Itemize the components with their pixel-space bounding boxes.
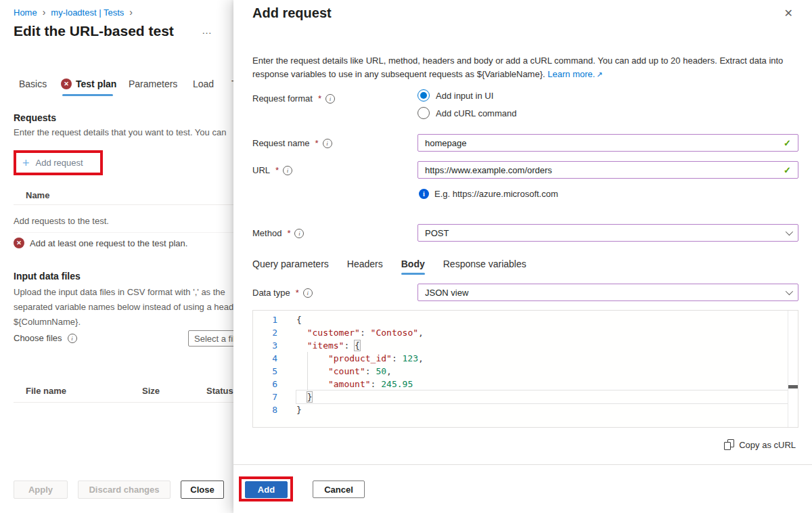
method-value: POST [425,228,786,238]
line-content: "count": 50, [296,365,788,378]
info-icon[interactable]: i [325,94,335,104]
radio-unselected-icon [418,107,430,119]
line-number: 5 [253,365,277,378]
required-mark: * [275,165,279,175]
code-line[interactable]: 7 } [253,391,788,403]
code-line[interactable]: 5 "count": 50, [253,365,788,378]
input-files-description-line2: separated variable names below instead o… [14,302,233,312]
tab-basics[interactable]: Basics [19,79,47,89]
info-icon[interactable]: i [303,288,313,298]
copy-as-curl-button[interactable]: Copy as cURL [724,439,796,450]
data-type-label-text: Data type [252,288,290,298]
line-number: 1 [253,313,277,326]
close-button[interactable]: Close [181,481,224,499]
radio-add-input-in-ui[interactable]: Add input in UI [418,89,493,102]
tab-headers[interactable]: Headers [347,259,383,275]
info-filled-icon: i [419,189,429,199]
line-content: } [296,403,788,416]
url-input[interactable]: https://www.example.com/orders ✓ [418,161,798,179]
chevron-down-icon [786,228,793,236]
method-label-text: Method [252,228,281,238]
breadcrumb: Home › my-loadtest | Tests › [14,7,133,18]
data-type-label: Data type* i [252,288,313,298]
input-files-description-line3: ${ColumnName}. [14,317,81,327]
add-request-panel: Add request ✕ Enter the request details … [233,0,812,513]
apply-button[interactable]: Apply [14,481,68,499]
line-content: "items": { [296,339,788,352]
editor-cursor-marker [788,385,798,388]
close-icon[interactable]: ✕ [784,8,793,19]
code-line[interactable]: 4 "product_id": 123, [253,352,788,365]
info-icon[interactable]: i [294,229,304,238]
editor-scrollbar[interactable] [788,311,798,427]
breadcrumb-tests-link[interactable]: my-loadtest | Tests [51,7,124,18]
cancel-button[interactable]: Cancel [313,481,365,498]
radio-add-curl-command[interactable]: Add cURL command [418,107,516,119]
copy-icon [724,439,734,450]
line-number: 2 [253,326,277,339]
tab-response-variables[interactable]: Response variables [443,259,526,275]
breadcrumb-chevron-icon: › [43,7,46,18]
info-icon[interactable]: i [323,139,332,148]
line-number: 4 [253,352,277,365]
error-circle-icon [14,238,24,248]
tab-load[interactable]: Load [193,79,214,89]
code-line[interactable]: 2 "customer": "Contoso", [253,326,788,339]
active-tab-underline [62,94,113,96]
tab-query-parameters[interactable]: Query parameters [252,259,329,275]
url-label: URL* i [252,165,292,175]
more-actions-button[interactable]: … [202,24,212,36]
input-files-section-title: Input data files [14,271,81,282]
code-line[interactable]: 6 "amount": 245.95 [253,378,788,391]
method-dropdown[interactable]: POST [418,224,798,242]
discard-changes-button[interactable]: Discard changes [78,481,171,499]
line-content: "product_id": 123, [296,352,788,365]
tab-test-plan[interactable]: Test plan [61,79,116,89]
info-icon[interactable]: i [283,166,292,175]
validation-error: Add at least one request to the test pla… [14,238,187,248]
panel-title: Add request [252,5,332,21]
breadcrumb-chevron-icon: › [129,7,133,18]
requests-empty-message: Add requests to the test. [14,216,109,226]
tab-parameters[interactable]: Parameters [129,79,177,89]
learn-more-link[interactable]: Learn more. [547,69,595,79]
line-content: "amount": 245.95 [296,378,788,391]
request-name-input[interactable]: homepage ✓ [418,134,798,152]
divider [14,232,233,233]
request-name-label: Request name* i [252,138,332,148]
code-line[interactable]: 3 "items": { [253,339,788,352]
url-label-text: URL [252,165,270,175]
select-file-button[interactable]: Select a fil [188,330,233,347]
url-value: https://www.example.com/orders [425,165,784,175]
valid-check-icon: ✓ [784,165,791,175]
edit-test-page: Home › my-loadtest | Tests › Edit the UR… [0,0,233,513]
data-type-dropdown[interactable]: JSON view [418,284,798,301]
file-name-header: File name [26,386,66,396]
breadcrumb-home-link[interactable]: Home [14,7,37,18]
input-files-description-line1: Upload the input data files in CSV forma… [14,287,225,297]
line-number: 7 [253,391,277,403]
divider [14,402,233,403]
footer-divider [233,464,812,465]
divider [14,204,233,205]
required-mark: * [315,138,319,148]
info-icon[interactable]: i [68,334,77,343]
code-line[interactable]: 8} [253,403,788,416]
panel-description-line2-text: response variables to use in any subsequ… [252,69,545,79]
code-line[interactable]: 1{ [253,313,788,326]
requests-name-header: Name [26,190,49,200]
add-request-button[interactable]: + Add request [16,153,100,173]
external-link-icon: ↗ [596,70,602,79]
radio-label: Add cURL command [436,108,516,118]
required-mark: * [318,93,321,104]
tab-bar: Basics Test plan Parameters Load T [0,76,233,97]
annotation-box-add-request: + Add request [14,150,103,175]
tab-body[interactable]: Body [401,259,425,275]
status-header: Status [206,386,233,396]
radio-label: Add input in UI [436,91,493,101]
line-content: } [296,391,788,403]
json-body-editor[interactable]: 1{2 "customer": "Contoso",3 "items": {4 … [252,310,798,428]
add-button[interactable]: Add [245,481,288,498]
size-header: Size [142,386,160,396]
request-name-value: homepage [425,138,784,148]
